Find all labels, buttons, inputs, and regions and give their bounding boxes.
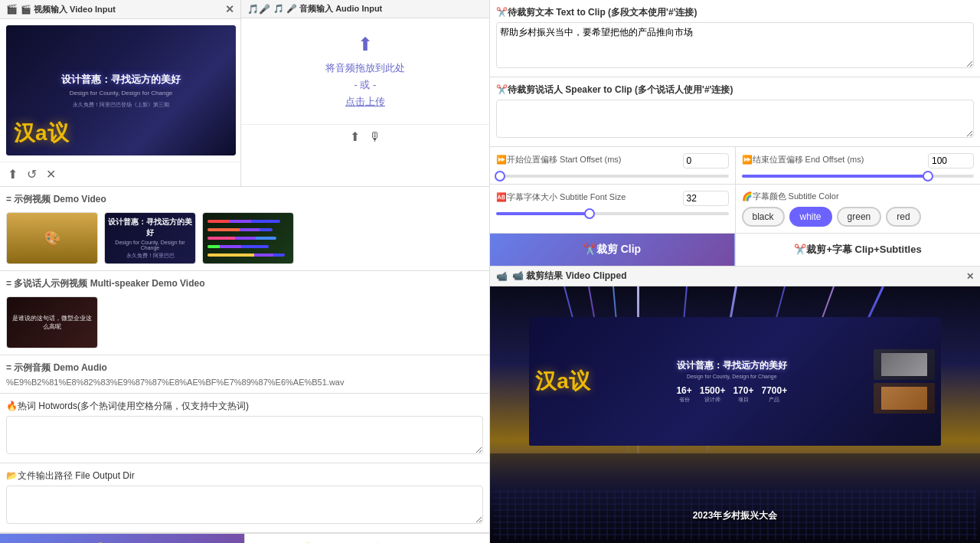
demo-thumb-1[interactable]: 🎨: [6, 212, 98, 264]
audio-input-label: 🎵 🎤 音频输入 Audio Input: [273, 3, 382, 15]
video-chinese-chars: 汉a议: [14, 119, 69, 148]
clip-button[interactable]: ✂️裁剪 Clip: [490, 234, 735, 266]
multispeaker-section: = 多说话人示例视频 Multi-speaker Demo Video 是谁说的…: [0, 271, 489, 355]
demo-thumb-2-desc: 永久免费！阿里巴巴: [126, 252, 175, 260]
end-offset-input[interactable]: [928, 153, 974, 168]
video-title-text: 设计普惠：寻找远方的美好: [61, 73, 181, 87]
result-video-inner: 汉a议 设计普惠：寻找远方的美好 Design for County, Desi…: [490, 286, 980, 543]
asr-button[interactable]: 💡识别 ASR: [0, 534, 244, 543]
demo-audio-section: = 示例音频 Demo Audio %E9%B2%81%E8%82%83%E9%…: [0, 355, 489, 394]
video-input-header: 🎬 🎬 视频输入 Video Input ✕: [0, 0, 240, 19]
audio-mic-button[interactable]: 🎙: [368, 129, 383, 146]
video-upload-button[interactable]: ⬆: [6, 165, 19, 183]
fileoutput-label: 📂文件输出路径 File Output Dir: [6, 469, 483, 482]
screen-title: 设计普惠：寻找远方的美好: [596, 359, 867, 372]
result-header-label: 📹 裁剪结果 Video Clipped: [512, 270, 626, 283]
clip-buttons: ✂️裁剪 Clip ✂️裁剪+字幕 Clip+Subtitles: [490, 234, 980, 267]
demo-video-title: = 示例视频 Demo Video: [6, 193, 483, 206]
end-offset-label: ⏩结束位置偏移 End Offset (ms): [742, 154, 864, 165]
color-white-button[interactable]: white: [789, 207, 832, 227]
subtitle-fontsize-slider-track: [496, 212, 729, 215]
subtitle-fontsize-slider-thumb[interactable]: [584, 208, 595, 219]
color-green-button[interactable]: green: [837, 207, 882, 227]
subtitle-fontsize-slider-fill: [496, 212, 589, 215]
offset-section: ⏩开始位置偏移 Start Offset (ms) ⏩结束位置偏移 End Of…: [490, 147, 980, 185]
screen-center: 设计普惠：寻找远方的美好 Design for County, Design f…: [596, 359, 867, 404]
video-extra-text: 永久免费！阿里巴巴登场《上新》第三期: [73, 101, 169, 109]
video-preview-area: 设计普惠：寻找远方的美好 Design for County, Design f…: [0, 19, 240, 162]
demo-video-thumbs: 🎨 设计普惠：寻找远方的美好 Design for County, Design…: [6, 212, 483, 264]
audio-controls: ⬆ 🎙: [241, 124, 489, 149]
audio-input-header: 🎵🎤 🎵 🎤 音频输入 Audio Input: [241, 0, 489, 18]
audio-upload-button[interactable]: ⬆: [348, 128, 361, 146]
bottom-buttons: 💡识别 ASR 💡识别+区分说话人 ASR+SD: [0, 533, 489, 543]
demo-thumb-2[interactable]: 设计普惠：寻找远方的美好 Design for County, Design f…: [104, 212, 196, 264]
result-section: 📹 📹 裁剪结果 Video Clipped ✕: [490, 267, 980, 543]
end-offset-slider-thumb[interactable]: [923, 171, 933, 182]
hotwords-label: 🔥热词 Hotwords(多个热词使用空格分隔，仅支持中文热词): [6, 400, 483, 413]
subtitle-section: 🆎字幕字体大小 Subtitle Font Size 🌈字幕颜色 Subtitl…: [490, 185, 980, 234]
audience-area: [490, 453, 980, 543]
speaker-to-clip-section: ✂️待裁剪说话人 Speaker to Clip (多个说话人使用'#'连接): [490, 77, 980, 147]
subtitle-color-group: 🌈字幕颜色 Subtitle Color black white green r…: [736, 185, 981, 233]
demo-audio-filename: %E9%B2%81%E8%82%83%E9%87%87%E8%AE%BF%E7%…: [6, 378, 483, 387]
audio-input-section: 🎵🎤 🎵 🎤 音频输入 Audio Input ⬆ 将音频拖放到此处 - 或 -…: [241, 0, 489, 186]
result-film-icon: 📹: [496, 271, 508, 282]
start-offset-input[interactable]: [683, 153, 729, 168]
audio-upload-text[interactable]: 点击上传: [256, 95, 474, 109]
color-red-button[interactable]: red: [886, 207, 920, 227]
subtitle-fontsize-input[interactable]: [683, 191, 729, 206]
audio-drop-area[interactable]: ⬆ 将音频拖放到此处 - 或 - 点击上传: [241, 18, 489, 124]
video-refresh-button[interactable]: ↺: [25, 165, 38, 183]
clip-subtitles-button[interactable]: ✂️裁剪+字幕 Clip+Subtitles: [735, 234, 980, 266]
stat-170: 170+ 项目: [733, 385, 753, 404]
start-offset-group: ⏩开始位置偏移 Start Offset (ms): [490, 147, 736, 184]
color-black-button[interactable]: black: [742, 207, 785, 227]
subtitle-color-label: 🌈字幕颜色 Subtitle Color: [742, 191, 975, 202]
result-close-button[interactable]: ✕: [966, 271, 974, 282]
screen-subtitle: Design for County, Design for Change: [596, 374, 867, 379]
end-offset-slider-track: [742, 175, 975, 178]
demo-thumb-3[interactable]: [202, 212, 294, 264]
audio-or-text: - 或 -: [256, 78, 474, 92]
speaker-to-clip-input[interactable]: [496, 100, 974, 138]
video-controls: ⬆ ↺ ✕: [0, 162, 240, 186]
stat-16: 16+ 省份: [676, 385, 691, 404]
hotwords-section: 🔥热词 Hotwords(多个热词使用空格分隔，仅支持中文热词): [0, 394, 489, 463]
result-header: 📹 📹 裁剪结果 Video Clipped ✕: [490, 267, 980, 286]
fileoutput-input[interactable]: [6, 486, 483, 524]
multispeaker-thumb-text: 是谁说的这句话，微型企业这么高呢: [7, 311, 97, 334]
asr-sd-button[interactable]: 💡识别+区分说话人 ASR+SD: [244, 534, 489, 543]
video-thumbnail: 设计普惠：寻找远方的美好 Design for County, Design f…: [6, 25, 236, 155]
audio-drop-text: 将音频拖放到此处: [256, 61, 474, 75]
text-to-clip-input[interactable]: 帮助乡村振兴当中，要希望把他的产品推向市场: [496, 22, 974, 68]
video-subtitle-overlay: 2023年乡村振兴大会: [693, 509, 778, 522]
demo-audio-title: = 示例音频 Demo Audio: [6, 361, 483, 375]
video-thumbnail-inner: 设计普惠：寻找远方的美好 Design for County, Design f…: [6, 25, 236, 155]
multispeaker-title: = 多说话人示例视频 Multi-speaker Demo Video: [6, 277, 483, 290]
start-offset-slider-track: [496, 175, 729, 178]
result-video: 汉a议 设计普惠：寻找远方的美好 Design for County, Desi…: [490, 286, 980, 543]
fileoutput-section: 📂文件输出路径 File Output Dir: [0, 463, 489, 533]
stat-1500: 1500+ 设计师: [700, 385, 726, 404]
audio-upload-icon: ⬆: [256, 34, 474, 55]
text-to-clip-section: ✂️待裁剪文本 Text to Clip (多段文本使用'#'连接) 帮助乡村振…: [490, 0, 980, 77]
video-subtitle-text: Design for County, Design for Change: [70, 90, 173, 96]
stage-screen: 汉a议 设计普惠：寻找远方的美好 Design for County, Desi…: [529, 317, 941, 446]
hotwords-input[interactable]: [6, 416, 483, 454]
screen-chinese-chars: 汉a议: [535, 367, 590, 396]
video-delete-button[interactable]: ✕: [44, 165, 57, 183]
video-input-close-button[interactable]: ✕: [225, 3, 234, 15]
screen-products: [874, 349, 935, 414]
demo-video-section: = 示例视频 Demo Video 🎨 设计普惠：寻找远方的美好 Design …: [0, 187, 489, 271]
demo-thumb-2-subtitle: Design for County, Design for Change: [108, 240, 192, 250]
screen-stats: 16+ 省份 1500+ 设计师 170+ 项目: [596, 385, 867, 404]
multispeaker-thumb[interactable]: 是谁说的这句话，微型企业这么高呢: [6, 296, 98, 348]
music-icon: 🎵🎤: [247, 4, 270, 15]
audience-silhouettes: [490, 453, 980, 543]
color-options: black white green red: [742, 207, 975, 227]
demo-thumb-2-title: 设计普惠：寻找远方的美好: [108, 217, 192, 238]
end-offset-group: ⏩结束位置偏移 End Offset (ms): [736, 147, 981, 184]
start-offset-slider-thumb[interactable]: [495, 171, 505, 182]
start-offset-label: ⏩开始位置偏移 Start Offset (ms): [496, 154, 622, 165]
